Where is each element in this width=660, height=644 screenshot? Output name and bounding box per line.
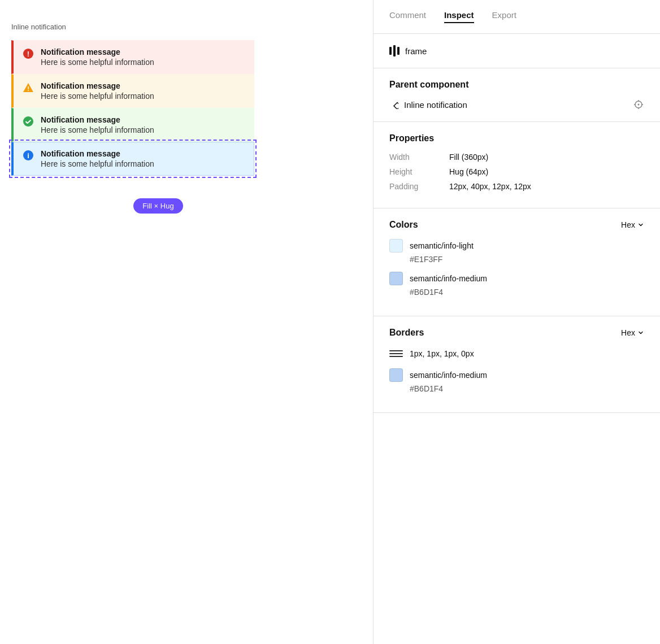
tab-export[interactable]: Export: [492, 10, 516, 23]
colors-title: Colors: [389, 220, 418, 230]
error-content: Notification message Here is some helpfu…: [41, 47, 154, 67]
hex-toggle-colors[interactable]: Hex: [621, 220, 644, 229]
border-icon-row-0: 1px, 1px, 1px, 0px: [389, 347, 644, 360]
crosshair-icon[interactable]: [633, 99, 644, 110]
color-entry-1: semantic/info-medium #B6D1F4: [389, 272, 644, 297]
svg-text:!: !: [27, 85, 29, 92]
notification-success: Notification message Here is some helpfu…: [11, 108, 254, 142]
color-hex-0: #E1F3FF: [410, 255, 644, 264]
frame-section: frame: [374, 34, 660, 68]
svg-point-12: [638, 104, 640, 106]
error-title: Notification message: [41, 47, 154, 56]
tab-inspect[interactable]: Inspect: [444, 10, 474, 23]
diamond-icon: [389, 100, 398, 109]
color-name-0: semantic/info-light: [410, 241, 474, 250]
parent-component-name: Inline notification: [404, 100, 467, 110]
success-body: Here is some helpful information: [41, 125, 154, 134]
frame-icon: [389, 45, 400, 56]
success-icon: [23, 116, 34, 127]
warning-body: Here is some helpful information: [41, 92, 154, 101]
fill-hug-label: Fill × Hug: [133, 198, 183, 214]
svg-rect-6: [394, 102, 398, 109]
parent-component-left: Inline notification: [389, 100, 467, 110]
info-content: Notification message Here is some helpfu…: [41, 149, 154, 168]
property-height: Height Hug (64px): [389, 167, 644, 176]
border-line-3: [389, 356, 403, 357]
info-body: Here is some helpful information: [41, 159, 154, 168]
border-color-hex-1: #B6D1F4: [410, 384, 644, 393]
right-panel: Comment Inspect Export frame Parent comp…: [373, 0, 660, 644]
notification-warning: ! Notification message Here is some help…: [11, 74, 254, 108]
colors-section: Colors Hex semantic/info-light #E1F3FF: [374, 208, 660, 316]
right-content: frame Parent component Inline notificati…: [374, 34, 660, 644]
parent-component-title: Parent component: [389, 80, 644, 90]
frame-bar-right: [397, 47, 400, 55]
section-label: Inline notification: [11, 23, 362, 31]
info-icon: i: [23, 150, 34, 161]
info-title: Notification message: [41, 149, 154, 158]
success-title: Notification message: [41, 115, 154, 124]
hex-toggle-label: Hex: [621, 220, 635, 229]
error-icon: !: [23, 48, 34, 59]
borders-section: Borders Hex 1px, 1px, 1px, 0px: [374, 316, 660, 413]
left-panel: Inline notification ! Notification messa…: [0, 0, 373, 644]
padding-label: Padding: [389, 182, 440, 191]
color-name-1: semantic/info-medium: [410, 274, 487, 283]
color-swatch-0: [389, 239, 403, 253]
warning-title: Notification message: [41, 81, 154, 90]
parent-component-row: Inline notification: [389, 99, 644, 110]
border-color-swatch-1: [389, 368, 403, 382]
border-value-0: 1px, 1px, 1px, 0px: [410, 349, 474, 358]
hex-toggle-borders-label: Hex: [621, 328, 635, 337]
frame-bar-center: [393, 45, 396, 56]
height-value: Hug (64px): [449, 167, 488, 176]
property-width: Width Fill (360px): [389, 153, 644, 162]
padding-value: 12px, 40px, 12px, 12px: [449, 182, 531, 191]
border-color-row-1: semantic/info-medium: [389, 368, 644, 382]
color-hex-1: #B6D1F4: [410, 288, 644, 297]
height-label: Height: [389, 167, 440, 176]
tabs-header: Comment Inspect Export: [374, 0, 660, 34]
svg-text:i: i: [27, 151, 29, 160]
warning-icon: !: [23, 82, 34, 93]
success-content: Notification message Here is some helpfu…: [41, 115, 154, 134]
border-entry-1: semantic/info-medium #B6D1F4: [389, 368, 644, 393]
color-swatch-1: [389, 272, 403, 285]
error-body: Here is some helpful information: [41, 58, 154, 67]
color-row-1: semantic/info-medium: [389, 272, 644, 285]
tab-comment[interactable]: Comment: [389, 10, 426, 23]
hex-toggle-borders[interactable]: Hex: [621, 328, 644, 337]
color-entry-0: semantic/info-light #E1F3FF: [389, 239, 644, 264]
notification-info[interactable]: i Notification message Here is some help…: [11, 142, 254, 176]
notifications-list: ! Notification message Here is some help…: [11, 40, 254, 176]
properties-section: Properties Width Fill (360px) Height Hug…: [374, 122, 660, 208]
svg-point-3: [23, 116, 33, 127]
border-color-name-1: semantic/info-medium: [410, 371, 487, 380]
property-padding: Padding 12px, 40px, 12px, 12px: [389, 182, 644, 191]
warning-content: Notification message Here is some helpfu…: [41, 81, 154, 101]
notification-error: ! Notification message Here is some help…: [11, 40, 254, 74]
border-entry-0: 1px, 1px, 1px, 0px: [389, 347, 644, 360]
border-lines-icon: [389, 347, 403, 360]
width-label: Width: [389, 153, 440, 162]
color-row-0: semantic/info-light: [389, 239, 644, 253]
borders-header: Borders Hex: [389, 328, 644, 338]
width-value: Fill (360px): [449, 153, 488, 162]
border-line-1: [389, 350, 403, 351]
borders-title: Borders: [389, 328, 424, 338]
colors-header: Colors Hex: [389, 220, 644, 230]
svg-text:!: !: [27, 50, 29, 58]
chevron-down-icon-borders: [637, 329, 644, 336]
parent-component-section: Parent component Inline notification: [374, 68, 660, 122]
frame-bar-left: [389, 47, 392, 55]
chevron-down-icon: [637, 221, 644, 228]
border-line-2: [389, 353, 403, 354]
properties-title: Properties: [389, 133, 644, 143]
frame-label: frame: [405, 46, 427, 56]
